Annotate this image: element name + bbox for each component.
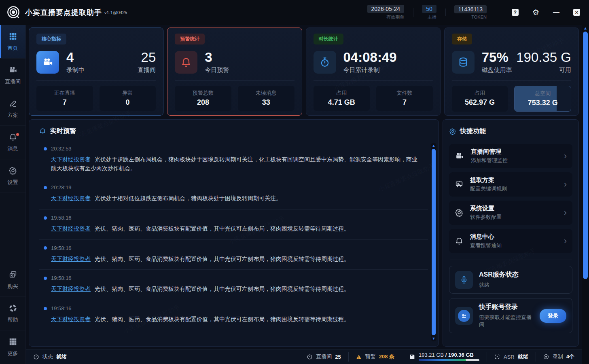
login-button[interactable]: 登录 (540, 309, 566, 323)
gear-icon: ⚙ (532, 8, 539, 17)
sidebar-item-label: 购买 (8, 283, 18, 290)
alert-text: 光伏处于超跌左侧布局机会，猪肉板块处于困境反转周期可关注，化工板块有回调空间且受… (51, 156, 417, 171)
app-logo-icon (6, 5, 21, 20)
core-badge: 核心指标 (36, 34, 66, 44)
sidebar-item-label: 首页 (8, 44, 18, 52)
sidebar-item-label: 消息 (8, 145, 18, 152)
quick-item-system-settings[interactable]: 系统设置 软件参数配置 › (449, 201, 572, 225)
bell-icon (39, 127, 47, 135)
alert-item: 19:58:16 天下财经投资者光伏、猪肉、医药、食品消费板块有配置价值，其中光… (39, 210, 428, 240)
sidebar-item-home[interactable]: 首页 (0, 25, 25, 59)
alert-source-link[interactable]: 天下财经投资者 (51, 195, 91, 201)
alert-text: 光伏、猪肉、医药、食品消费板块有配置价值，其中光伏可左侧布局，猪肉困境反转需等待… (95, 225, 350, 232)
warning-triangle-icon (356, 354, 362, 360)
scroll-up-icon[interactable]: ▲ (432, 144, 436, 148)
window-scrollbar-thumb[interactable] (583, 32, 588, 279)
alert-text: 光伏、猪肉、医药、食品消费板块有配置价值，其中光伏可左侧布局，猪肉困境反转需等待… (95, 286, 350, 292)
chevron-right-icon: › (564, 180, 567, 189)
sidebar-item-messages[interactable]: 消息 (0, 126, 25, 159)
sidebar-item-liverooms[interactable]: 直播间 (0, 59, 25, 92)
help-button[interactable]: ? (512, 9, 519, 16)
bell-icon (180, 57, 192, 68)
stat-disk-used: 占用 562.97 G (452, 86, 508, 112)
anchor-label: 主播 (428, 14, 436, 20)
alert-item: 19:58:16 天下财经投资者光伏、猪肉、医药、食品消费板块有配置价值，其中光… (39, 240, 428, 270)
alert-item: 19:58:16 天下财经投资者光伏、猪肉、医药、食品消费板块有配置价值，其中光… (39, 300, 428, 330)
minimize-button[interactable]: — (553, 9, 559, 16)
expiry-date: 2026-05-24 (367, 5, 405, 13)
alert-source-link[interactable]: 天下财经投资者 (51, 156, 91, 163)
alert-dot (44, 216, 47, 220)
alert-panel-scrollbar[interactable]: ▲ ▼ (431, 143, 436, 341)
quick-functions-panel: 快捷功能 直播间管理 添加和管理监控 › (443, 119, 579, 347)
asr-scan-icon (494, 353, 500, 360)
purchase-cards-icon (8, 270, 17, 279)
card-core-metrics: 核心指标 4 录制中 25 直播间 (29, 28, 163, 116)
record-duration: 04:08:49 (343, 50, 397, 65)
scroll-up-icon[interactable]: ▲ (583, 26, 587, 31)
close-button[interactable]: ✕ (573, 9, 580, 16)
sidebar-item-label: 设置 (8, 179, 18, 186)
alert-dot (44, 186, 47, 189)
alert-source-link[interactable]: 天下财经投资者 (51, 225, 91, 232)
record-duration-label: 今日累计录制 (343, 66, 397, 74)
window-scrollbar[interactable]: ▲ (582, 25, 589, 364)
stopwatch-icon (319, 57, 331, 68)
today-alert-label: 今日预警 (205, 66, 229, 74)
app-title: 小宾直播要点提取助手 (25, 8, 102, 17)
settings-button[interactable]: ⚙ (532, 8, 539, 17)
recording-icon-box (36, 51, 59, 74)
alert-dot (44, 246, 47, 250)
sidebar-item-label: 更多 (8, 350, 18, 357)
status-segment: 状态 就绪 (26, 349, 74, 364)
record-segment: 录制 4个 (536, 349, 582, 364)
asr-status-box: ASR服务状态 就绪 (449, 266, 572, 294)
realtime-alert-panel: 实时预警 20:32:53 天下财经投资者光伏处于超跌左侧布局机会，猪肉板块处于… (29, 119, 439, 347)
gear-icon (8, 166, 17, 175)
alert-panel-title: 实时预警 (50, 127, 76, 135)
disk-progress-bar (419, 359, 479, 361)
sidebar-item-plans[interactable]: 方案 (0, 92, 25, 126)
video-camera-icon (8, 66, 18, 74)
alert-dot (44, 277, 47, 280)
license-expiry: 2026-05-24 有效期至 (358, 5, 413, 20)
stat-unread-messages: 未读消息 33 (238, 86, 294, 111)
kuaishou-title: 快手账号登录 (479, 303, 534, 311)
alert-item: 19:58:16 天下财经投资者光伏、猪肉、医药、食品消费板块有配置价值，其中光… (39, 270, 428, 300)
rooms-clock-icon (307, 354, 313, 360)
alert-source-link[interactable]: 天下财经投资者 (51, 286, 91, 292)
token-count: 11436113 (454, 5, 487, 13)
sidebar-item-settings[interactable]: 设置 (0, 159, 25, 193)
presentation-board-icon (455, 180, 464, 189)
sidebar-item-more[interactable]: 更多 (0, 330, 25, 364)
liveroom-count: 25 (141, 50, 156, 65)
chevron-right-icon: › (564, 208, 567, 217)
alert-icon-box (175, 51, 197, 74)
gear-icon (449, 128, 456, 135)
recording-count: 4 (66, 50, 85, 65)
rooms-segment: 直播间 25 (299, 349, 348, 364)
statusbar: 状态 就绪 直播间 25 预警 208 条 193.21 GB / 190.36… (26, 349, 582, 364)
alert-source-link[interactable]: 天下财经投资者 (51, 256, 91, 262)
recording-label: 录制中 (66, 66, 85, 74)
alert-scrollbar-thumb[interactable] (432, 149, 436, 335)
main-content: 核心指标 4 录制中 25 直播间 (26, 25, 582, 349)
quick-item-extraction-plan[interactable]: 提取方案 配置关键词规则 › (449, 172, 572, 197)
today-alert-count: 3 (205, 50, 229, 65)
database-icon (458, 57, 469, 68)
quick-item-liveroom-management[interactable]: 直播间管理 添加和管理监控 › (449, 144, 572, 168)
unread-dot (16, 133, 19, 136)
alert-list[interactable]: 20:32:53 天下财经投资者光伏处于超跌左侧布局机会，猪肉板块处于困境反转周… (39, 140, 428, 330)
sidebar-item-help[interactable]: 帮助 (0, 297, 25, 330)
alerts-segment: 预警 208 条 (348, 349, 402, 364)
disk-progress-fill (419, 359, 466, 361)
expiry-label: 有效期至 (386, 14, 404, 20)
microphone-icon (460, 275, 468, 284)
sidebar-item-purchase[interactable]: 购买 (0, 263, 25, 297)
alert-source-link[interactable]: 天下财经投资者 (51, 316, 91, 322)
quick-item-message-center[interactable]: 消息中心 查看预警通知 › (449, 229, 572, 253)
sidebar-item-label: 直播间 (5, 78, 21, 85)
alert-item: 20:32:53 天下财经投资者光伏处于超跌左侧布局机会，猪肉板块处于困境反转周… (39, 140, 428, 179)
stat-abnormal: 异常 0 (100, 86, 156, 111)
scroll-down-icon[interactable]: ▼ (432, 336, 436, 341)
